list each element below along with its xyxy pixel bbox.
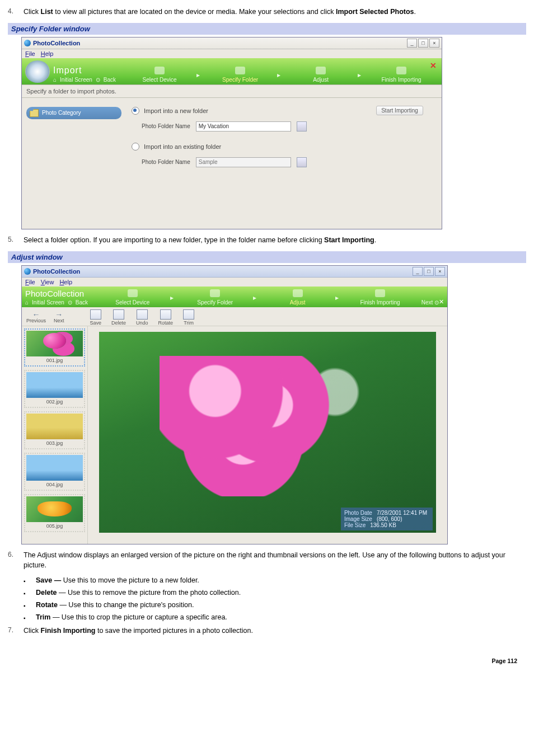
save-icon [90, 309, 101, 320]
tool-delete[interactable]: Delete [111, 309, 126, 326]
bullet-marker: ▪ [24, 589, 36, 597]
step-number: 4. [8, 7, 24, 17]
step-specify-folder[interactable]: Specify Folder [177, 289, 252, 306]
start-importing-button[interactable]: Start Importing [376, 106, 423, 115]
menu-file[interactable]: File [25, 50, 35, 57]
minimize-button[interactable]: _ [413, 267, 423, 276]
photo-category-label: Photo Category [42, 110, 81, 116]
step-adjust[interactable]: Adjust [284, 67, 358, 83]
step-finish[interactable]: Finish Importing [364, 67, 438, 83]
window-title: PhotoCollection [33, 40, 80, 46]
banner-close-icon[interactable]: ✕ [428, 60, 438, 71]
thumbnail-list[interactable]: 001.jpg 002.jpg 003.jpg 004.jpg [22, 326, 88, 544]
step-text: Click Finish Importing to save the impor… [24, 626, 526, 636]
window-title: PhotoCollection [33, 268, 80, 275]
step-select-device[interactable]: Select Device [123, 67, 196, 83]
step-text: Click List to view all pictures that are… [24, 7, 526, 17]
banner-close-icon[interactable]: ✕ [439, 298, 444, 306]
banner-title: Import [53, 65, 116, 76]
info-date-value: 7/28/2001 12:41 PM [377, 510, 427, 516]
cd-icon [25, 60, 50, 83]
initial-screen-link[interactable]: Initial Screen [60, 77, 92, 83]
radio-new-folder-label: Import into a new folder [144, 107, 208, 114]
thumbnail-image [26, 372, 83, 398]
bullet-delete: Delete — Use this to remove the picture … [36, 589, 526, 597]
thumbnail-item[interactable]: 004.jpg [24, 453, 85, 491]
browse-existing-folder-button[interactable] [297, 157, 307, 167]
step-select-device[interactable]: Select Device [95, 289, 170, 306]
heading-adjust-window: Adjust window [8, 251, 526, 263]
back-link[interactable]: Back [104, 77, 116, 83]
app-icon [24, 40, 31, 46]
adjust-toolbar: ← Previous → Next Save Delete Undo Rotat… [22, 307, 447, 326]
menu-bar: File Help [22, 49, 442, 58]
step-adjust[interactable]: Adjust [260, 289, 335, 306]
tool-save[interactable]: Save [90, 309, 102, 326]
info-size-label: Image Size [344, 516, 372, 522]
existing-folder-name-input [196, 157, 291, 167]
nav-previous[interactable]: ← Previous [26, 311, 46, 323]
menu-bar: File View Help [22, 278, 447, 287]
new-folder-name-label: Photo Folder Name [142, 123, 190, 129]
titlebar: PhotoCollection _ □ × [22, 37, 442, 49]
close-button[interactable]: × [429, 39, 439, 48]
import-banner: Import ⌂ Initial Screen ⊙ Back Select De… [22, 58, 442, 84]
radio-existing-folder[interactable] [132, 143, 139, 151]
menu-view[interactable]: View [41, 279, 54, 285]
tool-rotate[interactable]: Rotate [158, 309, 174, 326]
tool-trim[interactable]: Trim [183, 309, 194, 326]
thumbnail-item[interactable]: 002.jpg [24, 370, 85, 408]
menu-file[interactable]: File [25, 279, 35, 285]
bullet-marker: ▪ [24, 576, 36, 584]
menu-help[interactable]: Help [59, 279, 72, 285]
info-size-value: (800, 600) [377, 516, 402, 522]
info-date-label: Photo Date [344, 510, 372, 516]
initial-screen-link[interactable]: Initial Screen [32, 299, 64, 306]
step-number: 5. [8, 235, 24, 246]
thumbnail-item[interactable]: 003.jpg [24, 411, 85, 449]
delete-icon [113, 309, 124, 320]
home-icon[interactable]: ⌂ [25, 299, 29, 306]
info-file-value: 136.50 KB [370, 522, 396, 528]
next-link[interactable]: Next [421, 299, 433, 306]
nav-next[interactable]: → Next [54, 311, 64, 323]
thumbnail-caption: 003.jpg [26, 439, 83, 447]
bullet-marker: ▪ [24, 601, 36, 609]
image-info-overlay: Photo Date7/28/2001 12:41 PM Image Size(… [341, 508, 433, 530]
thumbnail-caption: 005.jpg [26, 522, 83, 530]
step-finish[interactable]: Finish Importing [342, 289, 418, 306]
hint-bar: Specify a folder to import photos. [22, 84, 442, 98]
menu-help[interactable]: Help [41, 50, 54, 57]
step-number: 7. [8, 626, 24, 636]
back-link[interactable]: Back [76, 299, 88, 306]
radio-new-folder[interactable] [132, 107, 139, 115]
thumbnail-caption: 001.jpg [26, 356, 83, 364]
maximize-button[interactable]: □ [418, 39, 428, 48]
titlebar: PhotoCollection _ □ × [22, 266, 447, 278]
thumbnail-item[interactable]: 001.jpg [24, 328, 85, 367]
banner-title: PhotoCollection [25, 289, 88, 298]
main-image-area: Photo Date7/28/2001 12:41 PM Image Size(… [88, 326, 447, 544]
browse-new-folder-button[interactable] [297, 121, 307, 132]
bullet-save: Save — Use this to move the picture to a… [36, 576, 526, 584]
home-icon[interactable]: ⌂ [53, 77, 57, 83]
bullet-rotate: Rotate — Use this to change the picture'… [36, 601, 526, 609]
existing-folder-name-label: Photo Folder Name [142, 159, 190, 165]
adjust-window: PhotoCollection _ □ × File View Help Pho… [21, 265, 448, 544]
tool-undo[interactable]: Undo [136, 309, 148, 326]
thumbnail-caption: 002.jpg [26, 398, 83, 406]
app-icon [24, 268, 31, 275]
new-folder-name-input[interactable] [196, 121, 291, 132]
minimize-button[interactable]: _ [407, 39, 417, 48]
bullet-trim: Trim — Use this to crop the picture or c… [36, 613, 526, 621]
bullet-marker: ▪ [24, 613, 36, 621]
specify-folder-window: PhotoCollection _ □ × File Help Import ⌂… [21, 37, 442, 229]
thumbnail-item[interactable]: 005.jpg [24, 494, 85, 532]
radio-existing-folder-label: Import into an existing folder [144, 143, 221, 150]
heading-specify-folder: Specify Folder window [8, 23, 526, 35]
adjust-banner: PhotoCollection ⌂ Initial Screen ⊙ Back … [22, 287, 447, 307]
photo-category-button[interactable]: Photo Category [26, 107, 121, 119]
maximize-button[interactable]: □ [424, 267, 434, 276]
close-button[interactable]: × [435, 267, 445, 276]
step-specify-folder[interactable]: Specify Folder [203, 67, 277, 83]
